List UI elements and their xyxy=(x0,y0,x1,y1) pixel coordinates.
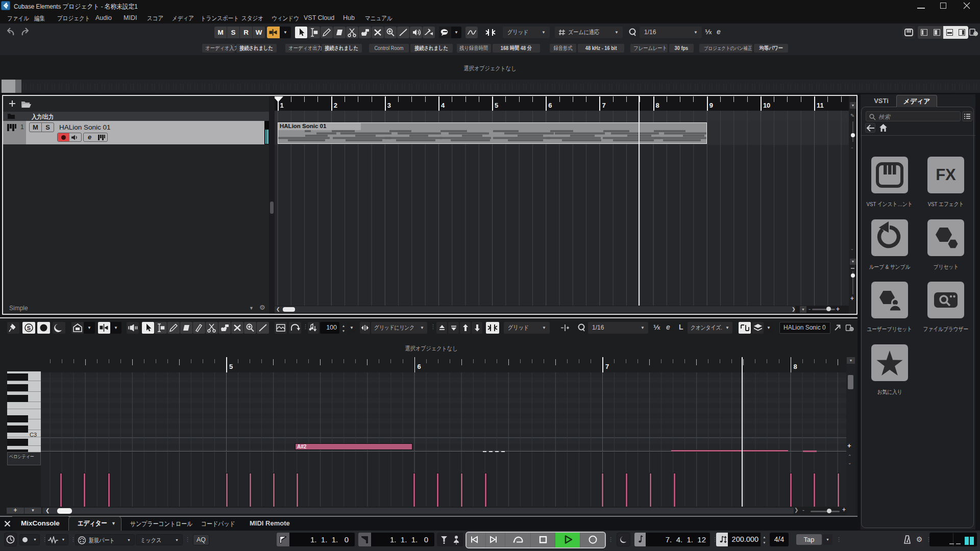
svg-text:S: S xyxy=(27,325,31,331)
